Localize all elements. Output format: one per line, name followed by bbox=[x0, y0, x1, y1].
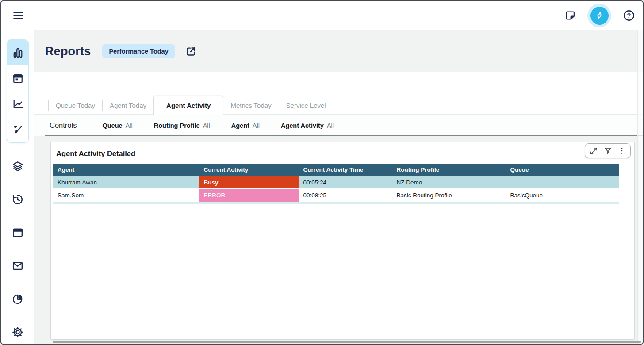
card-toolbar bbox=[585, 143, 631, 158]
sidebar-item-scheduled-reports[interactable] bbox=[7, 65, 28, 91]
sidebar-item-metrics[interactable] bbox=[7, 91, 28, 117]
filter-routing-profile[interactable]: Routing Profile All bbox=[154, 122, 210, 129]
table-header-row: Agent Current Activity Current Activity … bbox=[53, 164, 619, 176]
cell-routing-profile: Basic Routing Profile bbox=[392, 189, 506, 202]
filter-agent-activity[interactable]: Agent Activity All bbox=[281, 122, 334, 129]
filter-value: All bbox=[203, 122, 210, 129]
table-row: Khurram.Awan Busy 00:05:24 NZ Demo bbox=[53, 176, 619, 189]
browser-icon bbox=[12, 226, 24, 239]
controls-bar: Controls Queue All Routing Profile All A… bbox=[34, 115, 643, 136]
kebab-menu-icon[interactable] bbox=[617, 146, 627, 156]
filter-name: Agent bbox=[231, 122, 249, 129]
lightning-icon[interactable] bbox=[590, 7, 609, 25]
note-icon[interactable] bbox=[564, 10, 576, 21]
filter-queue[interactable]: Queue All bbox=[102, 122, 132, 129]
filter-value: All bbox=[126, 122, 133, 129]
brush-icon bbox=[12, 124, 24, 136]
external-link-icon[interactable] bbox=[185, 46, 197, 58]
tab-service-level[interactable]: Service Level bbox=[279, 96, 333, 115]
filter-funnel-icon[interactable] bbox=[602, 146, 613, 156]
page-header: Reports Performance Today bbox=[45, 43, 197, 59]
expand-icon[interactable] bbox=[588, 146, 599, 156]
column-header-current-activity-time[interactable]: Current Activity Time bbox=[299, 164, 392, 176]
report-tabs: Queue Today Agent Today Agent Activity M… bbox=[34, 96, 643, 115]
cell-queue: BasicQueue bbox=[506, 189, 619, 202]
cell-activity-time: 00:05:24 bbox=[299, 176, 392, 189]
layers-icon bbox=[12, 160, 24, 172]
agent-activity-table: Agent Current Activity Current Activity … bbox=[53, 164, 619, 202]
history-icon bbox=[12, 193, 24, 206]
app-window: ? bbox=[0, 0, 644, 345]
table-footer-strip bbox=[53, 202, 619, 204]
table-title: Agent Activity Detailed bbox=[56, 150, 634, 158]
cell-current-activity: ERROR bbox=[199, 189, 299, 202]
filter-agent[interactable]: Agent All bbox=[231, 122, 260, 129]
svg-text:?: ? bbox=[627, 12, 631, 19]
sidebar-item-layers[interactable] bbox=[1, 150, 34, 183]
sidebar-item-customize[interactable] bbox=[7, 117, 28, 142]
cell-routing-profile: NZ Demo bbox=[392, 176, 506, 189]
sidebar-item-browser[interactable] bbox=[1, 216, 34, 249]
main-content: Reports Performance Today Queue Today Ag… bbox=[34, 30, 643, 344]
cell-agent: Khurram.Awan bbox=[53, 176, 199, 189]
sidebar-item-settings[interactable] bbox=[1, 315, 34, 345]
calendar-icon bbox=[12, 73, 24, 84]
menu-icon[interactable] bbox=[12, 9, 26, 22]
cell-agent: Sam.Som bbox=[53, 189, 199, 202]
settings-icon bbox=[12, 326, 24, 338]
sidebar-item-pie[interactable] bbox=[1, 282, 34, 315]
tab-queue-today[interactable]: Queue Today bbox=[49, 96, 102, 115]
tab-agent-activity[interactable]: Agent Activity bbox=[153, 96, 223, 115]
section-divider bbox=[45, 135, 643, 136]
tab-separator bbox=[333, 100, 334, 111]
pie-chart-icon bbox=[12, 293, 24, 305]
sidebar-item-history[interactable] bbox=[1, 183, 34, 216]
sidebar bbox=[1, 30, 34, 344]
filter-name: Routing Profile bbox=[154, 122, 200, 129]
top-bar: ? bbox=[1, 1, 643, 30]
report-card: Agent Activity Detailed Agent Current Ac… bbox=[50, 142, 635, 340]
mail-icon bbox=[12, 260, 24, 272]
column-header-agent[interactable]: Agent bbox=[53, 164, 199, 176]
line-chart-icon bbox=[12, 98, 24, 110]
sidebar-report-group bbox=[7, 39, 29, 143]
topbar-actions: ? bbox=[564, 1, 635, 30]
cell-queue bbox=[506, 176, 619, 189]
tab-metrics-today[interactable]: Metrics Today bbox=[223, 96, 278, 115]
filter-value: All bbox=[253, 122, 260, 129]
lightning-button-halo bbox=[587, 4, 611, 27]
sidebar-item-mail[interactable] bbox=[1, 249, 34, 282]
filter-name: Queue bbox=[102, 122, 122, 129]
column-header-current-activity[interactable]: Current Activity bbox=[199, 164, 299, 176]
cell-current-activity: Busy bbox=[199, 176, 299, 189]
report-name-badge: Performance Today bbox=[102, 44, 175, 58]
help-icon[interactable]: ? bbox=[623, 9, 635, 22]
cell-activity-time: 00:08:25 bbox=[299, 189, 392, 202]
page-title: Reports bbox=[45, 45, 91, 58]
vertical-scrollbar-track bbox=[637, 30, 643, 344]
filter-name: Agent Activity bbox=[281, 122, 324, 129]
bar-chart-icon bbox=[12, 47, 24, 59]
column-header-routing-profile[interactable]: Routing Profile bbox=[392, 164, 506, 176]
horizontal-scrollbar-thumb[interactable] bbox=[53, 341, 641, 343]
sidebar-item-dashboards[interactable] bbox=[7, 40, 28, 65]
table-row: Sam.Som ERROR 00:08:25 Basic Routing Pro… bbox=[53, 189, 619, 202]
tab-agent-today[interactable]: Agent Today bbox=[103, 96, 153, 115]
column-header-queue[interactable]: Queue bbox=[506, 164, 619, 176]
controls-label: Controls bbox=[50, 121, 77, 130]
report-panel: Queue Today Agent Today Agent Activity M… bbox=[34, 72, 643, 136]
filter-value: All bbox=[327, 122, 334, 129]
